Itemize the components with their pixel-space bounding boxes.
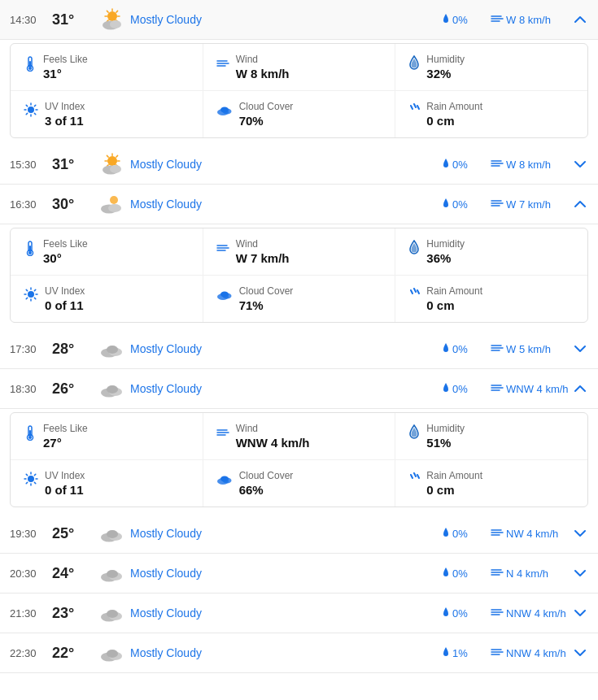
detail-row-bottom: UV Index 0 of 11 Cloud Cover 66% — [11, 460, 587, 507]
chevron-up-icon[interactable] — [572, 12, 588, 27]
weather-icon — [94, 193, 130, 215]
humidity-value: 36% — [426, 251, 465, 265]
svg-line-43 — [116, 155, 118, 157]
chevron-down-icon[interactable] — [572, 341, 588, 356]
wind-icon — [491, 567, 504, 580]
weather-row[interactable]: 16:30 30° Mostly Cloudy 0% W 7 km/h — [0, 185, 598, 224]
rain-chance: 0% — [442, 158, 491, 172]
detail-row-top: Feels Like 27° Wind WNW 4 km/h — [11, 413, 587, 460]
wind-detail-icon — [216, 55, 229, 72]
cloud-cover-icon — [216, 472, 233, 489]
temperature: 25° — [52, 525, 94, 542]
time-label: 22:30 — [10, 647, 52, 659]
uv-icon — [24, 102, 38, 121]
svg-point-46 — [110, 165, 121, 173]
rain-chance: 0% — [442, 567, 491, 580]
raindrop-icon — [442, 382, 450, 396]
chevron-down-icon[interactable] — [572, 646, 588, 660]
weather-row[interactable]: 14:30 31° Mostly Cloudy 0% W 8 km/h — [0, 0, 598, 40]
detail-panel: Feels Like 30° Wind W 7 km/h — [10, 228, 588, 323]
temperature: 23° — [52, 605, 94, 622]
rain-amount-label: Rain Amount — [426, 285, 482, 297]
cloud-cover-label: Cloud Cover — [239, 470, 294, 481]
chevron-down-icon[interactable] — [572, 566, 588, 580]
weather-row[interactable]: 19:30 25° Mostly Cloudy 0% NW 4 km/h — [0, 514, 598, 554]
thermometer-icon — [24, 240, 37, 260]
wind-info: NW 4 km/h — [491, 528, 572, 540]
humidity-icon — [408, 55, 420, 74]
wind-icon — [491, 343, 504, 355]
wind-info: NNW 4 km/h — [491, 607, 572, 620]
svg-line-5 — [107, 11, 108, 12]
feels-like-label: Feels Like — [43, 54, 88, 65]
svg-point-52 — [108, 204, 121, 212]
weather-row[interactable]: 17:30 28° Mostly Cloudy 0% W 5 km/h — [0, 329, 598, 369]
time-label: 18:30 — [10, 383, 52, 395]
weather-icon — [94, 522, 130, 545]
svg-point-17 — [28, 67, 32, 70]
humidity-label: Humidity — [426, 54, 465, 65]
raindrop-icon — [442, 646, 450, 660]
svg-line-68 — [26, 289, 27, 290]
svg-point-114 — [107, 530, 118, 538]
chevron-down-icon[interactable] — [572, 526, 588, 541]
weather-row[interactable]: 22:30 22° Mostly Cloudy 1% NNW 4 km/h — [0, 633, 598, 673]
svg-line-27 — [34, 113, 35, 114]
svg-point-0 — [107, 11, 117, 21]
temperature: 22° — [52, 645, 94, 662]
raindrop-icon — [442, 567, 450, 580]
feels-like-label: Feels Like — [43, 423, 88, 434]
weather-row[interactable]: 21:30 23° Mostly Cloudy 0% NNW 4 km/h — [0, 593, 598, 633]
weather-row[interactable]: 18:30 26° Mostly Cloudy 0% WNW 4 km/h — [0, 369, 598, 409]
time-label: 16:30 — [10, 198, 52, 211]
detail-row-bottom: UV Index 0 of 11 Cloud Cover 71% — [11, 276, 587, 322]
svg-line-34 — [414, 104, 416, 107]
detail-row-top: Feels Like 30° Wind W 7 km/h — [11, 228, 587, 276]
rain-chance: 1% — [442, 646, 491, 660]
svg-point-108 — [220, 476, 229, 482]
rain-chance: 0% — [442, 342, 491, 356]
temperature: 31° — [52, 11, 94, 28]
rain-chance: 0% — [442, 527, 491, 541]
svg-point-36 — [107, 156, 117, 166]
humidity-value: 51% — [426, 436, 465, 450]
svg-point-126 — [107, 610, 118, 618]
humidity-cell: Humidity 36% — [395, 228, 587, 275]
time-label: 21:30 — [10, 607, 52, 620]
chevron-down-icon[interactable] — [572, 606, 588, 620]
weather-icon — [94, 641, 130, 664]
cloud-cover-cell: Cloud Cover 66% — [203, 460, 395, 507]
thermometer-icon — [24, 55, 37, 76]
svg-line-104 — [34, 474, 35, 475]
svg-line-102 — [26, 474, 27, 475]
condition-label: Mostly Cloudy — [130, 646, 442, 659]
svg-line-26 — [26, 105, 27, 106]
humidity-label: Humidity — [426, 423, 465, 434]
rain-amount-icon — [408, 102, 420, 121]
wind-detail-icon — [216, 424, 229, 441]
uv-label: UV Index — [45, 470, 85, 481]
chevron-up-icon[interactable] — [572, 197, 588, 211]
cloud-cover-icon — [216, 102, 233, 120]
wind-info: W 8 km/h — [491, 14, 572, 26]
cloud-cover-label: Cloud Cover — [239, 285, 294, 297]
chevron-up-icon[interactable] — [572, 381, 588, 396]
time-label: 17:30 — [10, 343, 52, 355]
wind-value: WNW 4 km/h — [236, 436, 310, 450]
wind-info: N 4 km/h — [491, 567, 572, 580]
svg-line-69 — [34, 298, 35, 298]
cloud-cover-cell: Cloud Cover 71% — [203, 276, 395, 322]
raindrop-icon — [442, 198, 450, 211]
wind-detail-icon — [216, 240, 229, 257]
wind-icon — [491, 14, 504, 26]
chevron-down-icon[interactable] — [572, 157, 588, 172]
wind-icon — [491, 198, 504, 211]
weather-row[interactable]: 20:30 24° Mostly Cloudy 0% N 4 km/h — [0, 554, 598, 593]
condition-label: Mostly Cloudy — [130, 198, 442, 211]
feels-like-cell: Feels Like 27° — [11, 413, 203, 459]
raindrop-icon — [442, 158, 450, 172]
condition-label: Mostly Cloudy — [130, 527, 442, 540]
humidity-label: Humidity — [426, 238, 465, 250]
wind-info: W 5 km/h — [491, 343, 572, 355]
weather-row[interactable]: 15:30 31° Mostly Cloudy 0% W 8 km/h — [0, 145, 598, 185]
